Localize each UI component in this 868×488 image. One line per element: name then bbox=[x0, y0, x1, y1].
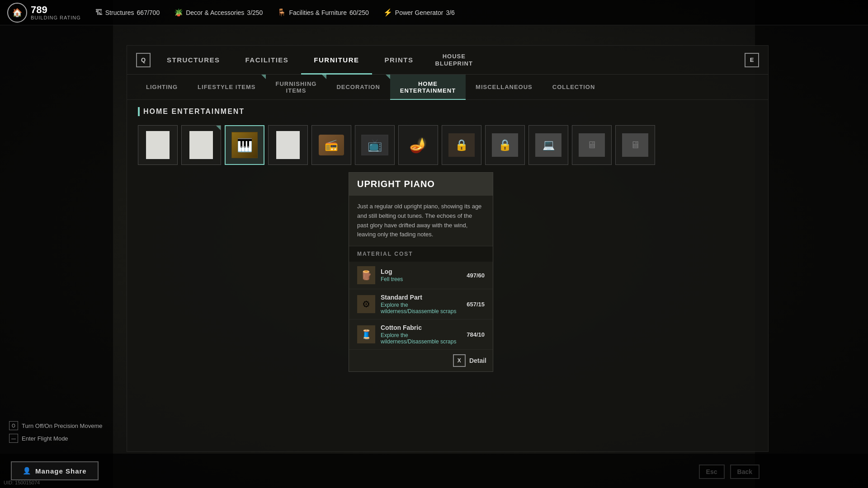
tab-structures[interactable]: STRUCTURES bbox=[154, 46, 233, 75]
item-cell-7[interactable]: 🪔 bbox=[398, 125, 438, 165]
stat-decor-value: 3/250 bbox=[247, 9, 263, 16]
sub-tab-furnishing[interactable]: FURNISHINGITEMS bbox=[266, 75, 327, 100]
item-icon-2 bbox=[189, 131, 213, 159]
cotton-fabric-icon: 🧵 bbox=[357, 325, 375, 343]
manage-share-button[interactable]: 👤 Manage Share bbox=[11, 461, 99, 480]
item-cell-11[interactable]: 🖥 bbox=[572, 125, 612, 165]
stat-power: ⚡ Power Generator 3/6 bbox=[383, 8, 455, 17]
item-icon-8: 🔒 bbox=[448, 133, 475, 157]
manage-share-label: Manage Share bbox=[35, 467, 87, 475]
popup-title: UPRIGHT PIANO bbox=[349, 173, 493, 196]
nav-key-left[interactable]: Q bbox=[136, 53, 151, 67]
stat-power-value: 3/6 bbox=[446, 9, 454, 16]
tab-house-blueprint[interactable]: HOUSEBLUEPRINT bbox=[426, 46, 482, 75]
bottom-bar: 👤 Manage Share bbox=[0, 454, 868, 488]
cotton-fabric-name: Cotton Fabric bbox=[381, 324, 461, 331]
item-popup: UPRIGHT PIANO Just a regular old upright… bbox=[349, 172, 493, 372]
log-source: Fell trees bbox=[381, 276, 461, 282]
item-icon-tv: 📺 bbox=[361, 135, 388, 155]
popup-material-cotton-fabric: 🧵 Cotton Fabric Explore the wilderness/D… bbox=[349, 319, 493, 350]
item-icon-11: 🖥 bbox=[579, 133, 605, 157]
title-bar-accent bbox=[138, 107, 140, 116]
controls-panel: O Turn Off/On Precision Moveme — Enter F… bbox=[9, 421, 102, 443]
cotton-fabric-info: Cotton Fabric Explore the wilderness/Dis… bbox=[381, 324, 461, 345]
rating-icon: 🏠 bbox=[7, 3, 27, 23]
decor-icon: 🪴 bbox=[174, 8, 183, 17]
item-icon-9: 🔒 bbox=[492, 133, 518, 157]
item-cell-1[interactable] bbox=[138, 125, 178, 165]
stat-structures-value: 667/700 bbox=[137, 9, 160, 16]
cotton-fabric-source: Explore the wilderness/Disassemble scrap… bbox=[381, 332, 461, 345]
stat-decor-label: Decor & Accessories bbox=[186, 9, 244, 16]
item-icon-piano: 🎹 bbox=[231, 132, 258, 158]
hud-bar: 🏠 789 BUILDING RATING 🏗 Structures 667/7… bbox=[0, 0, 868, 25]
manage-share-icon: 👤 bbox=[23, 467, 32, 475]
control-precision: O Turn Off/On Precision Moveme bbox=[9, 421, 102, 430]
control-key-flight: — bbox=[9, 434, 18, 443]
log-count: 497/60 bbox=[467, 272, 485, 279]
sub-tab-lighting[interactable]: LIGHTING bbox=[136, 75, 188, 100]
tab-prints[interactable]: PRINTS bbox=[372, 46, 426, 75]
item-cell-9[interactable]: 🔒 bbox=[485, 125, 525, 165]
stat-facilities-label: Facilities & Furniture bbox=[289, 9, 347, 16]
item-icon-radio: 📻 bbox=[319, 135, 344, 155]
standard-part-name: Standard Part bbox=[381, 294, 461, 301]
standard-part-source: Explore the wilderness/Disassemble scrap… bbox=[381, 302, 461, 314]
log-icon: 🪵 bbox=[357, 266, 375, 284]
item-cell-4[interactable] bbox=[268, 125, 308, 165]
item-icon-10: 💻 bbox=[535, 133, 561, 157]
tab-facilities[interactable]: FACILITIES bbox=[233, 46, 302, 75]
building-rating: 🏠 789 BUILDING RATING bbox=[7, 3, 81, 23]
log-info: Log Fell trees bbox=[381, 268, 461, 282]
stat-structures: 🏗 Structures 667/700 bbox=[95, 9, 160, 17]
facilities-icon: 🪑 bbox=[277, 8, 286, 17]
items-grid: 🎹 📻 📺 🪔 🔒 🔒 💻 🖥 bbox=[127, 120, 768, 170]
popup-material-log: 🪵 Log Fell trees 497/60 bbox=[349, 262, 493, 289]
item-cell-6[interactable]: 📺 bbox=[355, 125, 395, 165]
item-cell-8[interactable]: 🔒 bbox=[442, 125, 481, 165]
nav-tabs: Q STRUCTURES FACILITIES FURNITURE PRINTS… bbox=[127, 46, 768, 75]
section-title-text: HOME ENTERTAINMENT bbox=[143, 108, 245, 116]
main-panel: Q STRUCTURES FACILITIES FURNITURE PRINTS… bbox=[127, 45, 769, 452]
detail-label[interactable]: Detail bbox=[469, 357, 486, 364]
control-label-flight: Enter Flight Mode bbox=[22, 435, 68, 442]
item-cell-10[interactable]: 💻 bbox=[528, 125, 568, 165]
item-icon-1 bbox=[146, 131, 170, 159]
stat-facilities: 🪑 Facilities & Furniture 60/250 bbox=[277, 8, 368, 17]
rating-text: 789 BUILDING RATING bbox=[31, 5, 81, 20]
sub-tab-lifestyle[interactable]: LIFESTYLE ITEMS bbox=[188, 75, 265, 100]
detail-key[interactable]: X bbox=[453, 354, 466, 367]
stat-power-label: Power Generator bbox=[395, 9, 443, 16]
popup-material-cost-label: MATERIAL COST bbox=[349, 246, 493, 262]
stat-structures-label: Structures bbox=[105, 9, 134, 16]
standard-part-info: Standard Part Explore the wilderness/Dis… bbox=[381, 294, 461, 314]
sub-tab-collection[interactable]: COLLECTION bbox=[542, 75, 605, 100]
item-icon-12: 🖥 bbox=[622, 133, 648, 157]
stat-decor: 🪴 Decor & Accessories 3/250 bbox=[174, 8, 263, 17]
popup-detail-area: X Detail bbox=[349, 350, 493, 371]
control-label-precision: Turn Off/On Precision Moveme bbox=[22, 422, 102, 429]
rating-number: 789 bbox=[31, 5, 81, 15]
item-cell-12[interactable]: 🖥 bbox=[615, 125, 655, 165]
sub-tab-home-entertainment[interactable]: HOMEENTERTAINMENT bbox=[390, 75, 466, 100]
rating-label: BUILDING RATING bbox=[31, 15, 81, 20]
sub-tab-decoration[interactable]: DECORATION bbox=[326, 75, 390, 100]
log-name: Log bbox=[381, 268, 461, 275]
item-cell-5[interactable]: 📻 bbox=[311, 125, 351, 165]
nav-key-right[interactable]: E bbox=[745, 53, 759, 67]
popup-description: Just a regular old upright piano, showin… bbox=[349, 196, 493, 246]
control-key-precision: O bbox=[9, 421, 18, 430]
item-cell-2[interactable] bbox=[181, 125, 221, 165]
sub-tab-miscellaneous[interactable]: MISCELLANEOUS bbox=[466, 75, 542, 100]
control-flight: — Enter Flight Mode bbox=[9, 434, 102, 443]
sub-tabs: LIGHTING LIFESTYLE ITEMS FURNISHINGITEMS… bbox=[127, 75, 768, 100]
popup-material-standard-part: ⚙ Standard Part Explore the wilderness/D… bbox=[349, 289, 493, 319]
item-cell-3[interactable]: 🎹 bbox=[225, 125, 264, 165]
tab-furniture[interactable]: FURNITURE bbox=[301, 46, 372, 75]
power-icon: ⚡ bbox=[383, 8, 392, 17]
item-icon-4 bbox=[276, 131, 300, 159]
uid-label: UID: 150015074 bbox=[4, 480, 40, 485]
stat-facilities-value: 60/250 bbox=[349, 9, 369, 16]
item-icon-lamp: 🪔 bbox=[409, 136, 427, 154]
section-title: HOME ENTERTAINMENT bbox=[127, 100, 768, 120]
